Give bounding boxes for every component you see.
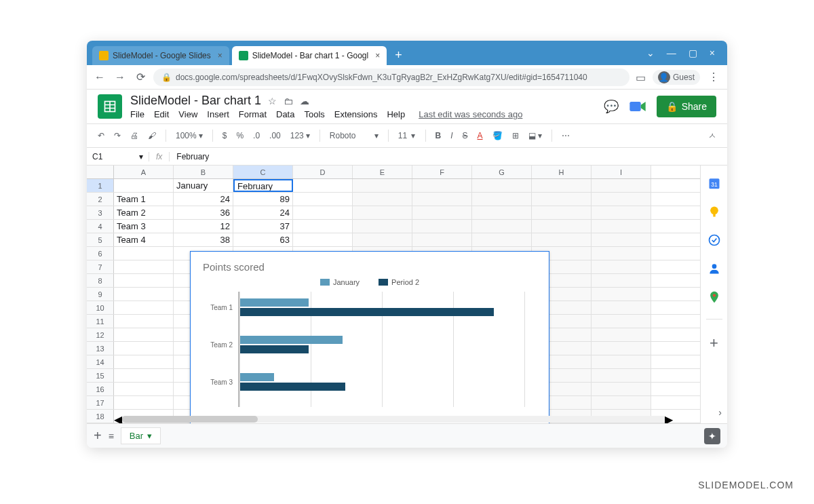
percent-button[interactable]: % [233, 130, 246, 142]
maximize-icon[interactable]: ▢ [689, 47, 697, 58]
contacts-icon[interactable] [708, 262, 721, 275]
text-color-button[interactable]: A [475, 130, 486, 142]
menu-data[interactable]: Data [276, 109, 294, 119]
sheet-tab-menu-icon[interactable]: ▾ [147, 431, 152, 441]
cell[interactable] [532, 206, 592, 219]
collapse-toolbar-button[interactable]: ㅅ [705, 129, 719, 143]
cell[interactable] [412, 220, 472, 233]
font-size-dropdown[interactable]: 11 ▾ [395, 130, 419, 142]
bold-button[interactable]: B [433, 130, 444, 142]
close-tab-icon[interactable]: × [375, 51, 380, 60]
cell[interactable] [114, 328, 174, 341]
select-all-corner[interactable] [87, 166, 114, 178]
column-header[interactable]: F [412, 166, 472, 178]
cell[interactable] [114, 369, 174, 382]
cell[interactable] [412, 193, 472, 206]
cell[interactable] [472, 233, 532, 246]
cell[interactable] [592, 260, 651, 273]
spreadsheet-grid[interactable]: ABCDEFGHI1JanuaryFebruary2Team 124893Tea… [87, 166, 700, 423]
cell[interactable] [532, 193, 592, 206]
name-box[interactable]: C1▾ [87, 152, 149, 161]
star-icon[interactable]: ☆ [268, 96, 277, 106]
cell[interactable] [592, 355, 651, 368]
cell[interactable]: 12 [174, 220, 233, 233]
column-header[interactable]: E [353, 166, 412, 178]
cell[interactable] [472, 220, 532, 233]
cell[interactable] [412, 179, 472, 192]
cell[interactable] [293, 233, 353, 246]
cell[interactable] [114, 383, 174, 395]
cell[interactable] [353, 179, 412, 192]
decrease-decimal-button[interactable]: .0 [250, 130, 263, 142]
cell[interactable] [532, 179, 592, 192]
fill-color-button[interactable]: 🪣 [490, 130, 505, 142]
maps-icon[interactable] [708, 290, 721, 304]
menu-extensions[interactable]: Extensions [334, 109, 378, 119]
cell[interactable]: 36 [174, 206, 233, 219]
row-header[interactable]: 1 [87, 179, 114, 192]
cell[interactable] [592, 328, 651, 341]
cell[interactable] [114, 288, 174, 301]
row-header[interactable]: 9 [87, 288, 114, 301]
menu-tools[interactable]: Tools [304, 109, 324, 119]
strikethrough-button[interactable]: S [460, 130, 471, 142]
column-header[interactable]: A [114, 166, 174, 178]
row-header[interactable]: 7 [87, 260, 114, 273]
cell[interactable]: 37 [233, 220, 293, 233]
cell[interactable] [114, 179, 174, 192]
cell[interactable] [114, 274, 174, 287]
sheets-app-icon[interactable] [98, 94, 122, 119]
paint-format-button[interactable]: 🖌 [145, 130, 159, 142]
row-header[interactable]: 11 [87, 315, 114, 328]
currency-button[interactable]: $ [220, 130, 230, 142]
cell[interactable] [592, 179, 651, 192]
all-sheets-button[interactable]: ≡ [109, 431, 114, 442]
cell[interactable]: 38 [174, 233, 233, 246]
chart-object[interactable]: Points scoredJanuaryPeriod 2Team 1Team 2… [190, 251, 549, 423]
cell[interactable]: Team 4 [114, 233, 174, 246]
row-header[interactable]: 17 [87, 396, 114, 409]
browser-tab-active[interactable]: SlideModel - Bar chart 1 - Googl × [232, 46, 387, 65]
number-format-dropdown[interactable]: 123▾ [288, 130, 313, 142]
cell[interactable] [293, 220, 353, 233]
font-family-dropdown[interactable]: Roboto ▾ [327, 130, 381, 142]
cell[interactable] [472, 206, 532, 219]
cell[interactable]: 63 [233, 233, 293, 246]
menu-file[interactable]: File [130, 109, 144, 119]
cell[interactable] [532, 220, 592, 233]
cell[interactable] [114, 301, 174, 314]
browser-menu-button[interactable]: ⋮ [705, 71, 722, 83]
cell[interactable]: February [233, 179, 293, 192]
column-header[interactable]: D [293, 166, 353, 178]
minimize-icon[interactable]: — [667, 47, 676, 58]
close-tab-icon[interactable]: × [218, 51, 222, 60]
profile-button[interactable]: 👤 Guest [653, 70, 700, 85]
cell[interactable] [412, 233, 472, 246]
redo-button[interactable]: ↷ [111, 130, 123, 142]
row-header[interactable]: 13 [87, 342, 114, 355]
borders-button[interactable]: ⊞ [509, 130, 522, 142]
row-header[interactable]: 5 [87, 233, 114, 246]
row-header[interactable]: 3 [87, 206, 114, 219]
cell[interactable]: Team 1 [114, 193, 174, 206]
meet-button[interactable] [628, 97, 647, 116]
row-header[interactable]: 6 [87, 247, 114, 260]
cell[interactable] [353, 206, 412, 219]
cell[interactable] [353, 193, 412, 206]
forward-button[interactable]: → [113, 71, 128, 83]
cell[interactable] [293, 206, 353, 219]
add-addon-button[interactable]: + [710, 334, 718, 352]
document-title[interactable]: SlideModel - Bar chart 1 [130, 94, 261, 108]
cell[interactable] [532, 233, 592, 246]
cell[interactable]: January [174, 179, 233, 192]
menu-format[interactable]: Format [239, 109, 267, 119]
cell[interactable] [592, 369, 651, 382]
row-header[interactable]: 15 [87, 369, 114, 382]
add-sheet-button[interactable]: + [94, 428, 102, 444]
cell[interactable] [472, 179, 532, 192]
last-edit-link[interactable]: Last edit was seconds ago [419, 109, 522, 119]
horizontal-scrollbar[interactable]: ◀▶ [114, 415, 673, 423]
merge-cells-button[interactable]: ⬓ ▾ [526, 130, 545, 142]
column-header[interactable]: I [592, 166, 651, 178]
row-header[interactable]: 14 [87, 355, 114, 368]
